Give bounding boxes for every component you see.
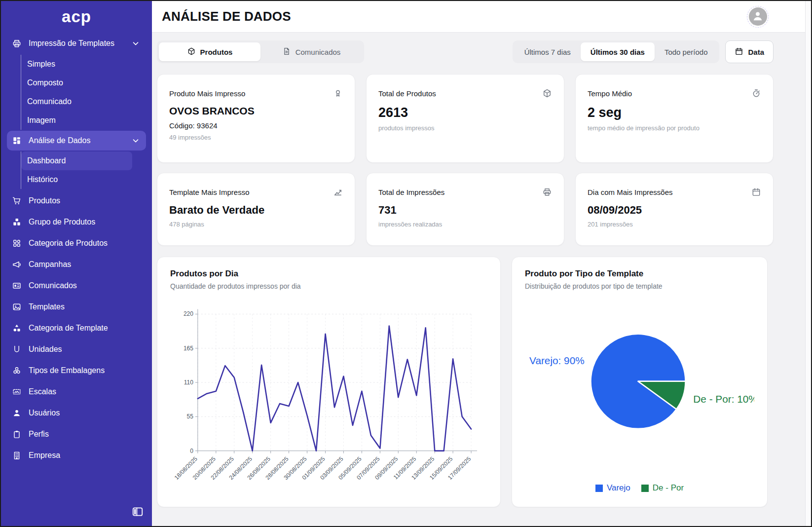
sidebar-item-produtos[interactable]: Produtos [7,190,146,211]
sidebar-item-dashboard[interactable]: Dashboard [21,151,132,170]
line-chart-subtitle: Quantidade de produtos impressos por dia [170,282,487,290]
stat-card-value: Barato de Verdade [169,204,343,217]
pie-legend: Varejo De - Por [525,483,754,495]
sidebar-item-label: Análise de Dados [29,136,90,145]
stat-card-produto-mais-impresso: Produto Mais ImpressoOVOS BRANCOSCódigo:… [157,74,355,163]
sidebar-item-imagem[interactable]: Imagem [21,111,132,130]
sidebar-item-label: Comunicado [27,97,72,106]
sidebar-item-tipos-de-embalagens[interactable]: Tipos de Embalagens [7,360,146,381]
sidebar-item-label: Simples [27,60,55,69]
sidebar-item-impressao-de-templates[interactable]: Impressão de Templates [7,33,146,54]
period-last-30-days[interactable]: Últimos 30 dias [581,42,655,61]
sidebar-item-label: Campanhas [29,260,71,269]
sidebar-item-label: Usuários [29,409,60,417]
stat-card-total-de-impressoes: Total de Impressões731impressões realiza… [366,173,564,246]
pie-chart-subtitle: Distribuição de produtos por tipo de tem… [525,282,754,290]
svg-text:0: 0 [190,448,193,454]
sidebar-item-unidades[interactable]: Unidades [7,339,146,360]
line-chart: 05511016522018/08/202520/08/202522/08/20… [170,290,487,497]
sidebar-item-analise-de-dados[interactable]: Análise de Dados [7,131,146,151]
sidebar-item-grupo-de-produtos[interactable]: Grupo de Produtos [7,211,146,232]
svg-text:220: 220 [184,310,193,317]
period-all-time[interactable]: Todo período [655,42,718,61]
period-last-7-days[interactable]: Últimos 7 dias [515,42,581,61]
dashboard-icon [12,136,22,146]
sidebar-item-label: Comunicados [29,281,77,290]
scrollbar[interactable] [805,1,811,526]
sidebar-item-label: Escalas [29,387,56,396]
app-window: acp Impressão de TemplatesSimplesCompost… [0,0,812,527]
document-icon [282,47,291,57]
stat-card-subtext: impressões realizadas [378,221,552,228]
stat-card-title: Total de Produtos [378,85,436,98]
tab-produtos[interactable]: Produtos [159,42,260,61]
app-logo: acp [1,1,152,33]
chart-icon [333,184,343,199]
sidebar-item-categoria-de-produtos[interactable]: Categoria de Produtos [7,232,146,254]
stat-card-total-de-produtos: Total de Produtos2613produtos impressos [366,74,564,163]
page-title: ANÁLISE DE DADOS [162,9,291,24]
pie-chart-title: Produto por Tipo de Template [525,269,754,279]
tab-label: Produtos [200,48,233,56]
sidebar-item-categoria-de-template[interactable]: Categoria de Template [7,317,146,339]
stat-card-value: 731 [378,204,552,217]
line-chart-card: Produtos por Dia Quantidade de produtos … [157,257,501,507]
cart-icon [12,196,22,206]
unit-icon [12,344,22,354]
sidebar-item-historico[interactable]: Histórico [21,170,132,189]
stat-card-value: 2613 [378,105,552,120]
tab-switcher: Produtos Comunicados [157,40,364,63]
sidebar-item-empresa[interactable]: Empresa [7,445,146,466]
avatar [749,7,767,26]
date-picker-button[interactable]: Data [725,40,774,63]
person-icon [751,9,764,24]
sidebar-item-campanhas[interactable]: Campanhas [7,254,146,275]
stat-card-value: 08/09/2025 [588,204,761,217]
pie-chart: Varejo: 90%De - Por: 10% [525,290,754,483]
shapes-icon [12,323,22,333]
charts-row: Produtos por Dia Quantidade de produtos … [157,257,774,507]
sidebar-item-label: Perfis [29,430,49,439]
box-icon [187,47,196,57]
clipboard-icon [12,429,22,439]
stat-card-title: Tempo Médio [588,85,632,98]
user-icon [12,408,22,418]
news-icon [12,281,22,291]
date-button-label: Data [748,48,764,56]
grid-icon [12,238,22,248]
stopwatch-icon [751,85,761,100]
sidebar-item-label: Produtos [29,196,60,205]
stats-grid: Produto Mais ImpressoOVOS BRANCOSCódigo:… [157,74,774,246]
sidebar-item-templates[interactable]: Templates [7,296,146,317]
legend-swatch-de-por [641,485,649,492]
header: ANÁLISE DE DADOS [152,1,811,33]
tab-comunicados[interactable]: Comunicados [260,42,362,61]
legend-label: De - Por [653,483,684,493]
box-icon [542,85,552,100]
sidebar-item-comunicados[interactable]: Comunicados [7,275,146,296]
calendar-icon [751,184,761,199]
svg-text:165: 165 [184,345,193,352]
sidebar-item-escalas[interactable]: Escalas [7,381,146,402]
sidebar-item-simples[interactable]: Simples [21,55,132,74]
svg-text:110: 110 [184,379,193,386]
sidebar-collapse-button[interactable] [130,505,145,520]
user-avatar-button[interactable] [747,6,769,28]
sidebar-item-label: Impressão de Templates [29,39,114,48]
stat-card-value: OVOS BRANCOS [169,105,343,117]
collapse-panel-icon [131,505,144,520]
sidebar-item-label: Templates [29,302,65,311]
stat-card-title: Total de Impressões [378,184,444,196]
content: Produtos Comunicados Últimos 7 dias Últi… [152,33,811,507]
sidebar-item-comunicado[interactable]: Comunicado [21,92,132,111]
sidebar-item-perfis[interactable]: Perfis [7,423,146,445]
sidebar-item-composto[interactable]: Composto [21,74,132,92]
stat-card-detail: Código: 93624 [169,121,343,130]
period-switcher: Últimos 7 dias Últimos 30 dias Todo perí… [513,40,720,63]
group-icon [12,217,22,227]
sidebar-item-label: Dashboard [27,156,66,165]
line-chart-svg: 05511016522018/08/202520/08/202522/08/20… [170,290,487,497]
stat-card-subtext: 478 páginas [169,221,343,228]
sidebar-item-usuarios[interactable]: Usuários [7,402,146,423]
tab-label: Comunicados [295,48,341,56]
